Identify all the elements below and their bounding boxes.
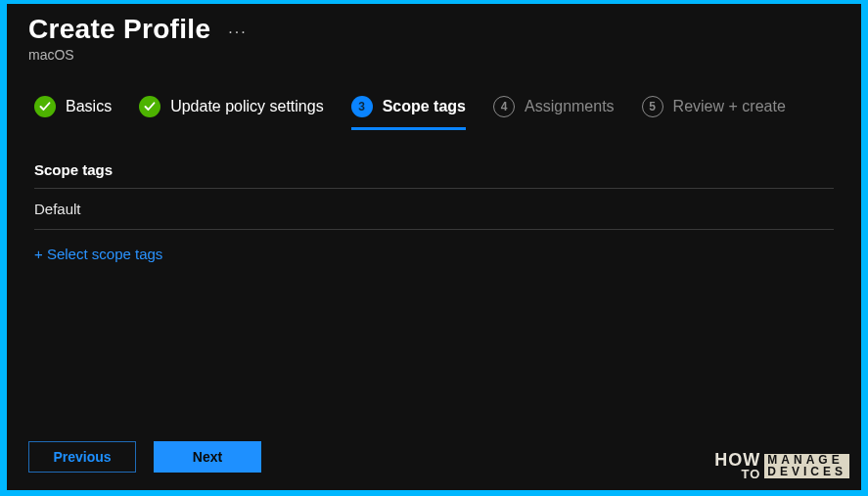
section-title: Scope tags (34, 161, 834, 188)
more-actions-icon[interactable]: ··· (228, 18, 247, 41)
step-scope-tags[interactable]: 3 Scope tags (351, 96, 466, 130)
step-basics[interactable]: Basics (34, 96, 112, 130)
wizard-steps: Basics Update policy settings 3 Scope ta… (7, 68, 861, 140)
step-review-create[interactable]: 5 Review + create (642, 96, 786, 130)
page-title: Create Profile (28, 14, 210, 45)
step-assignments[interactable]: 4 Assignments (493, 96, 615, 130)
step-label: Review + create (673, 98, 786, 115)
next-button[interactable]: Next (154, 441, 261, 473)
scope-tag-row: Default (34, 189, 834, 229)
check-icon (34, 96, 56, 117)
app-frame: Create Profile ··· macOS Basics Update p… (7, 4, 861, 490)
previous-button[interactable]: Previous (28, 441, 136, 473)
step-label: Assignments (525, 98, 615, 115)
page-subtitle: macOS (28, 47, 840, 63)
step-update-policy-settings[interactable]: Update policy settings (139, 96, 324, 130)
wizard-footer: Previous Next (7, 441, 861, 490)
step-label: Update policy settings (170, 98, 324, 115)
select-scope-tags-link[interactable]: + Select scope tags (34, 246, 162, 262)
step-number-badge: 4 (493, 96, 515, 117)
step-label: Scope tags (383, 98, 466, 115)
step-number-badge: 5 (642, 96, 663, 117)
divider (34, 229, 834, 230)
title-row: Create Profile ··· (28, 14, 840, 45)
content-area: Scope tags Default + Select scope tags (7, 140, 861, 441)
check-icon (139, 96, 160, 117)
step-label: Basics (66, 98, 112, 115)
step-number-badge: 3 (351, 96, 373, 117)
page-header: Create Profile ··· macOS (7, 4, 861, 68)
